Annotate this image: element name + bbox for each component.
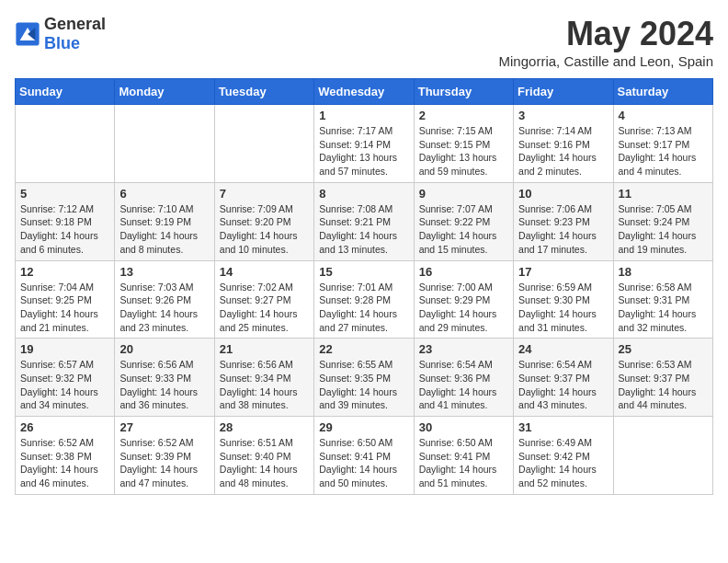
day-number: 27 bbox=[119, 420, 209, 434]
day-number: 24 bbox=[518, 342, 608, 356]
page-header: General Blue May 2024 Mingorria, Castill… bbox=[15, 15, 713, 69]
day-number: 12 bbox=[20, 265, 109, 279]
day-number: 15 bbox=[319, 265, 408, 279]
calendar-cell: 30Sunrise: 6:50 AMSunset: 9:41 PMDayligh… bbox=[414, 417, 513, 495]
calendar-table: SundayMondayTuesdayWednesdayThursdayFrid… bbox=[15, 78, 713, 495]
day-info: Sunrise: 6:52 AMSunset: 9:38 PMDaylight:… bbox=[20, 436, 109, 490]
day-number: 25 bbox=[619, 342, 708, 356]
calendar-cell bbox=[16, 105, 115, 183]
calendar-cell bbox=[613, 417, 712, 495]
calendar-cell: 4Sunrise: 7:13 AMSunset: 9:17 PMDaylight… bbox=[613, 105, 712, 183]
calendar-cell: 25Sunrise: 6:53 AMSunset: 9:37 PMDayligh… bbox=[613, 339, 712, 417]
day-info: Sunrise: 6:58 AMSunset: 9:31 PMDaylight:… bbox=[619, 281, 708, 335]
day-info: Sunrise: 7:07 AMSunset: 9:22 PMDaylight:… bbox=[419, 202, 508, 257]
day-number: 4 bbox=[619, 109, 708, 122]
calendar-cell: 10Sunrise: 7:06 AMSunset: 9:23 PMDayligh… bbox=[514, 182, 613, 260]
day-info: Sunrise: 7:09 AMSunset: 9:20 PMDaylight:… bbox=[220, 202, 309, 257]
day-number: 3 bbox=[518, 109, 608, 122]
calendar-cell: 1Sunrise: 7:17 AMSunset: 9:14 PMDaylight… bbox=[314, 105, 414, 183]
weekday-header-sunday: Sunday bbox=[16, 79, 115, 105]
calendar-cell: 13Sunrise: 7:03 AMSunset: 9:26 PMDayligh… bbox=[115, 260, 214, 339]
weekday-header-thursday: Thursday bbox=[414, 79, 513, 105]
weekday-header-tuesday: Tuesday bbox=[214, 79, 313, 105]
calendar-week-5: 26Sunrise: 6:52 AMSunset: 9:38 PMDayligh… bbox=[16, 417, 713, 495]
calendar-cell: 26Sunrise: 6:52 AMSunset: 9:38 PMDayligh… bbox=[16, 417, 115, 495]
day-number: 9 bbox=[419, 187, 508, 201]
day-number: 13 bbox=[119, 265, 209, 279]
day-info: Sunrise: 7:15 AMSunset: 9:15 PMDaylight:… bbox=[419, 124, 508, 178]
day-info: Sunrise: 6:56 AMSunset: 9:34 PMDaylight:… bbox=[220, 358, 309, 412]
day-number: 18 bbox=[619, 265, 708, 279]
logo-blue: Blue bbox=[44, 34, 80, 52]
weekday-header-row: SundayMondayTuesdayWednesdayThursdayFrid… bbox=[16, 79, 713, 105]
weekday-header-saturday: Saturday bbox=[613, 79, 712, 105]
day-number: 2 bbox=[419, 109, 508, 122]
calendar-cell: 19Sunrise: 6:57 AMSunset: 9:32 PMDayligh… bbox=[16, 339, 115, 417]
day-number: 26 bbox=[20, 420, 109, 434]
day-info: Sunrise: 7:02 AMSunset: 9:27 PMDaylight:… bbox=[220, 281, 309, 335]
calendar-cell: 6Sunrise: 7:10 AMSunset: 9:19 PMDaylight… bbox=[115, 182, 214, 260]
day-info: Sunrise: 7:13 AMSunset: 9:17 PMDaylight:… bbox=[619, 124, 708, 178]
day-info: Sunrise: 6:59 AMSunset: 9:30 PMDaylight:… bbox=[518, 281, 608, 335]
calendar-week-2: 5Sunrise: 7:12 AMSunset: 9:18 PMDaylight… bbox=[16, 182, 713, 260]
calendar-cell: 21Sunrise: 6:56 AMSunset: 9:34 PMDayligh… bbox=[214, 339, 313, 417]
calendar-cell: 28Sunrise: 6:51 AMSunset: 9:40 PMDayligh… bbox=[214, 417, 313, 495]
calendar-cell: 8Sunrise: 7:08 AMSunset: 9:21 PMDaylight… bbox=[314, 182, 414, 260]
calendar-cell: 3Sunrise: 7:14 AMSunset: 9:16 PMDaylight… bbox=[514, 105, 613, 183]
day-number: 17 bbox=[518, 265, 608, 279]
day-info: Sunrise: 7:17 AMSunset: 9:14 PMDaylight:… bbox=[319, 124, 408, 178]
location-title: Mingorria, Castille and Leon, Spain bbox=[499, 53, 713, 69]
calendar-week-3: 12Sunrise: 7:04 AMSunset: 9:25 PMDayligh… bbox=[16, 260, 713, 339]
day-info: Sunrise: 7:05 AMSunset: 9:24 PMDaylight:… bbox=[619, 202, 708, 257]
day-info: Sunrise: 7:12 AMSunset: 9:18 PMDaylight:… bbox=[20, 202, 109, 257]
day-number: 5 bbox=[20, 187, 109, 201]
day-number: 8 bbox=[319, 187, 408, 201]
calendar-cell: 5Sunrise: 7:12 AMSunset: 9:18 PMDaylight… bbox=[16, 182, 115, 260]
calendar-cell: 22Sunrise: 6:55 AMSunset: 9:35 PMDayligh… bbox=[314, 339, 414, 417]
day-number: 23 bbox=[419, 342, 508, 356]
day-info: Sunrise: 7:03 AMSunset: 9:26 PMDaylight:… bbox=[119, 281, 209, 335]
calendar-cell: 23Sunrise: 6:54 AMSunset: 9:36 PMDayligh… bbox=[414, 339, 513, 417]
day-info: Sunrise: 6:55 AMSunset: 9:35 PMDaylight:… bbox=[319, 358, 408, 412]
day-info: Sunrise: 7:08 AMSunset: 9:21 PMDaylight:… bbox=[319, 202, 408, 257]
calendar-cell: 7Sunrise: 7:09 AMSunset: 9:20 PMDaylight… bbox=[214, 182, 313, 260]
day-info: Sunrise: 6:52 AMSunset: 9:39 PMDaylight:… bbox=[119, 436, 209, 490]
calendar-cell: 12Sunrise: 7:04 AMSunset: 9:25 PMDayligh… bbox=[16, 260, 115, 339]
day-number: 16 bbox=[419, 265, 508, 279]
day-number: 14 bbox=[220, 265, 309, 279]
day-number: 7 bbox=[220, 187, 309, 201]
calendar-cell: 29Sunrise: 6:50 AMSunset: 9:41 PMDayligh… bbox=[314, 417, 414, 495]
day-info: Sunrise: 6:56 AMSunset: 9:33 PMDaylight:… bbox=[119, 358, 209, 412]
day-number: 29 bbox=[319, 420, 408, 434]
day-info: Sunrise: 6:54 AMSunset: 9:36 PMDaylight:… bbox=[419, 358, 508, 412]
day-number: 10 bbox=[518, 187, 608, 201]
calendar-cell: 24Sunrise: 6:54 AMSunset: 9:37 PMDayligh… bbox=[514, 339, 613, 417]
weekday-header-monday: Monday bbox=[115, 79, 214, 105]
calendar-cell: 18Sunrise: 6:58 AMSunset: 9:31 PMDayligh… bbox=[613, 260, 712, 339]
calendar-cell: 15Sunrise: 7:01 AMSunset: 9:28 PMDayligh… bbox=[314, 260, 414, 339]
day-number: 21 bbox=[220, 342, 309, 356]
day-info: Sunrise: 7:00 AMSunset: 9:29 PMDaylight:… bbox=[419, 281, 508, 335]
day-info: Sunrise: 6:50 AMSunset: 9:41 PMDaylight:… bbox=[419, 436, 508, 490]
calendar-cell: 31Sunrise: 6:49 AMSunset: 9:42 PMDayligh… bbox=[514, 417, 613, 495]
calendar-cell: 2Sunrise: 7:15 AMSunset: 9:15 PMDaylight… bbox=[414, 105, 513, 183]
day-number: 31 bbox=[518, 420, 608, 434]
calendar-cell: 16Sunrise: 7:00 AMSunset: 9:29 PMDayligh… bbox=[414, 260, 513, 339]
calendar-cell: 9Sunrise: 7:07 AMSunset: 9:22 PMDaylight… bbox=[414, 182, 513, 260]
day-number: 19 bbox=[20, 342, 109, 356]
calendar-week-4: 19Sunrise: 6:57 AMSunset: 9:32 PMDayligh… bbox=[16, 339, 713, 417]
title-area: May 2024 Mingorria, Castille and Leon, S… bbox=[499, 15, 713, 69]
calendar-week-1: 1Sunrise: 7:17 AMSunset: 9:14 PMDaylight… bbox=[16, 105, 713, 183]
day-info: Sunrise: 6:53 AMSunset: 9:37 PMDaylight:… bbox=[619, 358, 708, 412]
day-info: Sunrise: 6:49 AMSunset: 9:42 PMDaylight:… bbox=[518, 436, 608, 490]
day-info: Sunrise: 6:51 AMSunset: 9:40 PMDaylight:… bbox=[220, 436, 309, 490]
day-info: Sunrise: 7:14 AMSunset: 9:16 PMDaylight:… bbox=[518, 124, 608, 178]
logo: General Blue bbox=[15, 15, 106, 53]
day-number: 11 bbox=[619, 187, 708, 201]
day-number: 22 bbox=[319, 342, 408, 356]
calendar-cell: 14Sunrise: 7:02 AMSunset: 9:27 PMDayligh… bbox=[214, 260, 313, 339]
calendar-cell: 17Sunrise: 6:59 AMSunset: 9:30 PMDayligh… bbox=[514, 260, 613, 339]
calendar-cell: 27Sunrise: 6:52 AMSunset: 9:39 PMDayligh… bbox=[115, 417, 214, 495]
day-info: Sunrise: 6:57 AMSunset: 9:32 PMDaylight:… bbox=[20, 358, 109, 412]
day-info: Sunrise: 7:04 AMSunset: 9:25 PMDaylight:… bbox=[20, 281, 109, 335]
